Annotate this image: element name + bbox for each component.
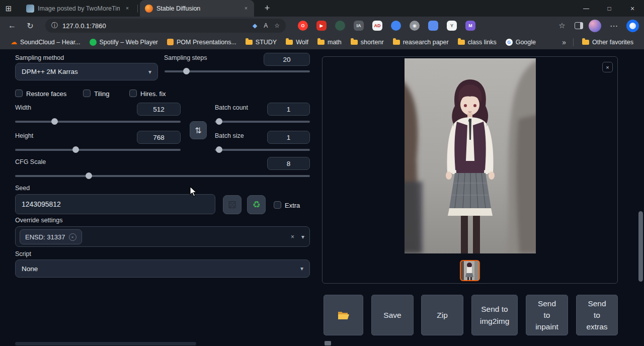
shield-extension-icon[interactable] [335, 21, 345, 31]
bookmark-add-icon[interactable]: ☆ [274, 22, 280, 29]
batch-count-slider[interactable] [215, 121, 310, 123]
width-input[interactable] [137, 103, 181, 116]
tab-divider [137, 5, 138, 13]
width-slider[interactable] [15, 121, 181, 123]
ia-extension-icon[interactable]: IA [354, 21, 364, 31]
back-icon[interactable]: ← [5, 19, 19, 33]
batch-count-input[interactable] [267, 103, 310, 116]
more-menu-icon[interactable]: ⋯ [607, 19, 621, 33]
soundcloud-icon: ☁ [11, 39, 17, 45]
send-to-inpaint-label: Send to inpaint [534, 298, 559, 333]
bookmark-pom-presentations[interactable]: POM Presentations... [163, 37, 241, 47]
open-folder-button[interactable] [324, 295, 363, 335]
gallery-close-icon[interactable]: × [602, 62, 613, 72]
cfg-scale-input[interactable] [267, 157, 310, 170]
site-info-icon[interactable]: ⓘ [51, 21, 58, 30]
reuse-seed-button[interactable]: ♻ [247, 195, 266, 214]
window-close-button[interactable]: × [621, 0, 644, 17]
send-to-extras-label: Send to extras [585, 298, 609, 333]
tab-overview-icon[interactable]: ⊞ [0, 0, 17, 17]
save-label: Save [383, 309, 401, 321]
script-label: Script [15, 250, 31, 257]
random-seed-button[interactable]: ⚄ [223, 195, 242, 214]
override-settings-field[interactable]: ENSD: 31337 × × ▾ [15, 226, 310, 247]
video-extension-icon[interactable]: ▶ [316, 21, 327, 31]
slider-handle[interactable] [86, 172, 92, 179]
bookmark-math[interactable]: math [313, 37, 346, 47]
slider-handle[interactable] [72, 146, 79, 153]
profile-avatar[interactable] [589, 20, 601, 32]
tab-close-icon[interactable]: × [242, 5, 250, 13]
sampling-method-dropdown[interactable]: DPM++ 2M Karras ▾ [15, 63, 158, 80]
send-to-inpaint-button[interactable]: Send to inpaint [526, 295, 568, 335]
slider-handle[interactable] [216, 146, 222, 153]
send-to-img2img-button[interactable]: Send to img2img [471, 295, 518, 335]
vertical-scrollbar[interactable] [638, 211, 643, 282]
other-favorites[interactable]: Other favorites [578, 37, 638, 47]
zip-button[interactable]: Zip [421, 295, 463, 335]
bookmark-label: reasearch paper [403, 39, 449, 46]
bookmark-class-links[interactable]: class links [453, 37, 501, 47]
url-text[interactable]: 127.0.0.1:7860 [62, 22, 248, 30]
bookmark-shortenr[interactable]: shortenr [346, 37, 388, 47]
remove-tag-icon[interactable]: × [69, 233, 76, 241]
slider-handle[interactable] [216, 118, 222, 125]
new-tab-button[interactable]: + [260, 2, 274, 16]
save-button[interactable]: Save [371, 295, 414, 335]
bookmark-reasearch-paper[interactable]: reasearch paper [388, 37, 453, 47]
override-tag[interactable]: ENSD: 31337 × [20, 229, 82, 244]
globe-extension-icon[interactable] [391, 21, 401, 31]
restore-faces-label: Restore faces [26, 90, 66, 98]
batch-size-slider[interactable] [215, 149, 310, 151]
slider-handle[interactable] [183, 68, 190, 74]
batch-size-input[interactable] [267, 131, 310, 144]
send-to-extras-button[interactable]: Send to extras [576, 295, 618, 335]
translate-icon[interactable]: A [264, 22, 268, 29]
bookmark-google[interactable]: GGoogle [501, 37, 540, 47]
tiling-checkbox[interactable] [83, 90, 91, 97]
height-slider[interactable] [15, 149, 181, 151]
chevron-down-icon[interactable]: ▾ [301, 233, 304, 240]
cfg-scale-slider[interactable] [15, 175, 310, 177]
sampling-steps-slider[interactable] [165, 70, 310, 72]
sidebar-panel-icon[interactable] [575, 22, 583, 29]
bookmark-spotify-web-player[interactable]: Spotify – Web Player [85, 37, 163, 47]
tab-image-posted[interactable]: Image posted by TwoMoreTimes × [21, 0, 135, 17]
clear-field-icon[interactable]: × [291, 233, 294, 240]
height-input[interactable] [137, 131, 181, 144]
slider-handle[interactable] [51, 118, 58, 125]
tab-stable-diffusion[interactable]: Stable Diffusion × [140, 0, 254, 17]
minimize-button[interactable]: — [575, 0, 598, 17]
generated-image[interactable] [405, 58, 536, 253]
m-extension-icon[interactable]: M [465, 21, 475, 31]
pin-extension-icon[interactable]: ◉ [410, 21, 420, 31]
bookmark-study[interactable]: STUDY [241, 37, 281, 47]
maximize-button[interactable]: □ [598, 0, 621, 17]
browser-logo-icon[interactable] [626, 20, 639, 32]
swap-dimensions-button[interactable]: ⇅ [190, 121, 207, 139]
ad-extension-icon[interactable]: AD [372, 21, 382, 31]
gallery-thumbnail[interactable] [460, 260, 480, 281]
hires-fix-checkbox[interactable] [129, 90, 137, 97]
y-extension-icon[interactable]: Y [447, 21, 457, 31]
seed-input[interactable] [15, 194, 215, 214]
bookmarks-overflow-icon[interactable]: » [559, 38, 569, 46]
sampling-steps-input[interactable] [264, 53, 310, 66]
bookmark-label: Google [516, 39, 536, 46]
refresh-icon[interactable]: ↻ [23, 19, 37, 33]
horizontal-scrollbar[interactable] [15, 342, 196, 345]
google-icon: G [506, 39, 513, 46]
height-label: Height [15, 132, 33, 139]
restore-faces-checkbox[interactable] [15, 90, 23, 97]
grid-extension-icon[interactable] [428, 21, 438, 31]
bookmark-soundcloud-hear[interactable]: ☁SoundCloud – Hear... [6, 37, 85, 47]
favorites-star-icon[interactable]: ☆ [555, 19, 569, 33]
script-dropdown[interactable]: None ▾ [15, 260, 310, 278]
bookmark-wolf[interactable]: Wolf [281, 37, 313, 47]
tab-close-icon[interactable]: × [123, 5, 131, 13]
opera-extension-icon[interactable]: O [298, 21, 308, 31]
extra-seed-checkbox[interactable] [274, 201, 281, 209]
bookmark-label: SoundCloud – Hear... [20, 39, 80, 46]
address-bar[interactable]: ⓘ 127.0.0.1:7860 ◆A☆ [45, 19, 286, 33]
tag-icon[interactable]: ◆ [253, 22, 257, 29]
